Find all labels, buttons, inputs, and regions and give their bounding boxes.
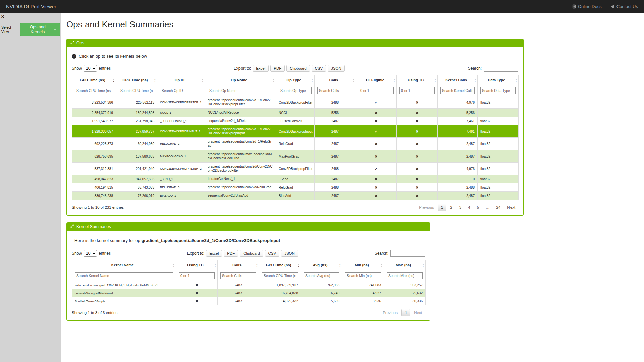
table-cell: float32: [478, 138, 519, 150]
kernel-export-csv-button[interactable]: CSV: [265, 250, 280, 257]
sidebar-close-icon[interactable]: ✕: [1, 14, 4, 19]
column-header-op-name[interactable]: Op Name▲▼: [205, 75, 276, 85]
kernel-export-clipboard-button[interactable]: Clipboard: [240, 250, 263, 257]
ops-pagination-5[interactable]: 5: [474, 204, 482, 211]
table-row[interactable]: ShuffleInTensor3Simple✖248714,025,3225,6…: [72, 297, 426, 305]
filter-input-cpu-time-ns[interactable]: [119, 87, 154, 94]
column-header-max-ns[interactable]: Max (ns)▲▼: [384, 260, 426, 270]
table-row[interactable]: 537,312,381201,421,940CONV2DBACKPROPFILT…: [72, 163, 519, 175]
ops-pagination-1[interactable]: 1: [438, 204, 446, 211]
contact-us-link[interactable]: Contact Us: [610, 4, 638, 9]
filter-input-data-type[interactable]: [480, 87, 516, 94]
x-icon: ✖: [397, 117, 438, 125]
column-header-avg-ns[interactable]: Avg (ns)▲▼: [301, 260, 342, 270]
sort-icon: ▲▼: [422, 263, 424, 267]
filter-input-op-type[interactable]: [279, 87, 312, 94]
sort-icon: ▲▼: [154, 78, 156, 82]
online-docs-link[interactable]: Online Docs: [572, 4, 602, 9]
table-cell: ShuffleInTensor3Simple: [72, 297, 176, 305]
ops-entries-select[interactable]: 10: [84, 65, 97, 72]
ops-pagination-next[interactable]: Next: [504, 204, 518, 211]
table-row[interactable]: 628,758,695137,580,685MAXPOOLGRAD_1gradi…: [72, 150, 519, 163]
column-header-kernel-name[interactable]: Kernel Name▲▼: [72, 260, 176, 270]
filter-input-gpu-time-ns[interactable]: [75, 87, 113, 94]
filter-input-gpu-time-ns[interactable]: [262, 272, 298, 279]
table-cell: 2,487: [438, 192, 478, 200]
table-cell: float32: [478, 163, 519, 175]
ops-export-clipboard-button[interactable]: Clipboard: [286, 65, 310, 72]
ops-pagination-24[interactable]: 24: [493, 204, 504, 211]
ops-export-pdf-button[interactable]: PDF: [270, 65, 285, 72]
kernel-pagination-1[interactable]: 1: [401, 309, 410, 316]
kernel-entries-select[interactable]: 10: [84, 250, 97, 257]
column-header-data-type[interactable]: Data Type▲▼: [478, 75, 519, 85]
table-cell: 2487: [315, 150, 356, 163]
column-header-gpu-time-ns[interactable]: GPU Time (ns)▲▼: [259, 260, 301, 270]
table-cell: 60,244,980: [116, 138, 157, 150]
filter-input-kernel-calls[interactable]: [440, 87, 475, 94]
column-header-op-type[interactable]: Op Type▲▼: [276, 75, 315, 85]
ops-export-excel-button[interactable]: Excel: [253, 65, 269, 72]
column-header-min-ns[interactable]: Min (ns)▲▼: [342, 260, 384, 270]
ops-search-input[interactable]: [484, 65, 518, 72]
column-header-cpu-time-ns[interactable]: CPU Time (ns)▲▼: [116, 75, 157, 85]
sort-icon: ▲▼: [202, 78, 204, 82]
column-header-calls[interactable]: Calls▲▼: [218, 260, 259, 270]
table-cell: gradient_tape/sequential/conv2d_1/Conv2D…: [205, 125, 276, 138]
table-cell: float32: [478, 183, 519, 192]
filter-input-op-id[interactable]: [160, 87, 202, 94]
filter-input-min-ns[interactable]: [345, 272, 381, 279]
column-label: TC Eligible: [365, 78, 384, 82]
table-cell: 55,743,033: [116, 183, 157, 192]
filter-input-kernel-name[interactable]: [75, 272, 173, 279]
ops-pagination-3[interactable]: 3: [456, 204, 464, 211]
column-header-gpu-time-ns[interactable]: GPU Time (ns)▲▼: [72, 75, 116, 85]
table-row[interactable]: 1,951,549,577261,798,045_FUSEDCONV2D_1se…: [72, 117, 519, 125]
table-row[interactable]: 406,194,81555,743,033RELUGRAD_3gradient_…: [72, 183, 519, 192]
ops-pagination-4[interactable]: 4: [465, 204, 473, 211]
kernel-export-json-button[interactable]: JSON: [281, 250, 298, 257]
table-cell: 1,897,539,907: [259, 281, 301, 289]
ops-panel-heading[interactable]: Ops: [67, 39, 523, 47]
table-cell: 7,461: [438, 125, 478, 138]
filter-input-using-tc[interactable]: [179, 272, 215, 279]
filter-input-max-ns[interactable]: [387, 272, 423, 279]
filter-input-op-name[interactable]: [208, 87, 273, 94]
kernel-panel-heading[interactable]: Kernel Summaries: [67, 223, 430, 231]
table-cell: [478, 109, 519, 117]
table-row[interactable]: 498,047,823947,057,593_SEND_1IteratorGet…: [72, 175, 519, 183]
filter-cell: [72, 85, 116, 96]
table-row[interactable]: 692,225,37360,244,980RELUGRAD_2gradient_…: [72, 138, 519, 150]
kernel-export-pdf-button[interactable]: PDF: [224, 250, 238, 257]
table-cell: _Send: [276, 175, 315, 183]
view-dropdown-button[interactable]: Ops and Kernels: [20, 23, 60, 36]
column-header-using-tc[interactable]: Using TC▲▼: [397, 75, 438, 85]
select-view-label: Select View: [1, 25, 18, 34]
filter-input-tc-eligible[interactable]: [359, 87, 394, 94]
ops-export-csv-button[interactable]: CSV: [312, 65, 326, 72]
ops-pagination-2[interactable]: 2: [447, 204, 455, 211]
filter-input-calls[interactable]: [220, 272, 256, 279]
table-row[interactable]: 1,928,330,057237,859,737CONV2DBACKPROPIN…: [72, 125, 519, 138]
column-header-kernel-calls[interactable]: Kernel Calls▲▼: [438, 75, 478, 85]
filter-input-calls[interactable]: [317, 87, 353, 94]
table-row[interactable]: volta_scudnn_winograd_128x128_ldg1_ldg4_…: [72, 281, 426, 289]
export-to-label: Export to:: [187, 251, 204, 256]
column-header-tc-eligible[interactable]: TC Eligible▲▼: [356, 75, 397, 85]
column-header-using-tc[interactable]: Using TC▲▼: [176, 260, 218, 270]
column-header-calls[interactable]: Calls▲▼: [315, 75, 356, 85]
column-header-op-id[interactable]: Op ID▲▼: [157, 75, 205, 85]
table-cell: ReluGrad: [276, 183, 315, 192]
table-cell: 137,580,685: [116, 150, 157, 163]
table-row[interactable]: generateWinogradTilesKernel✖248716,764,8…: [72, 289, 426, 297]
filter-input-avg-ns[interactable]: [304, 272, 339, 279]
table-row[interactable]: 339,748,23876,266,019BIASADD_1sequential…: [72, 192, 519, 200]
ops-export-json-button[interactable]: JSON: [328, 65, 345, 72]
filter-input-using-tc[interactable]: [399, 87, 435, 94]
kernel-export-excel-button[interactable]: Excel: [206, 250, 222, 257]
kernel-search-input[interactable]: [390, 250, 425, 257]
table-cell: 947,057,593: [116, 175, 157, 183]
table-cell: 2487: [218, 281, 259, 289]
table-row[interactable]: 2,854,372,919150,244,803NCCL_1NCCL/ncclA…: [72, 109, 519, 117]
table-row[interactable]: 3,223,534,386225,562,113CONV2DBACKPROPFI…: [72, 96, 519, 109]
